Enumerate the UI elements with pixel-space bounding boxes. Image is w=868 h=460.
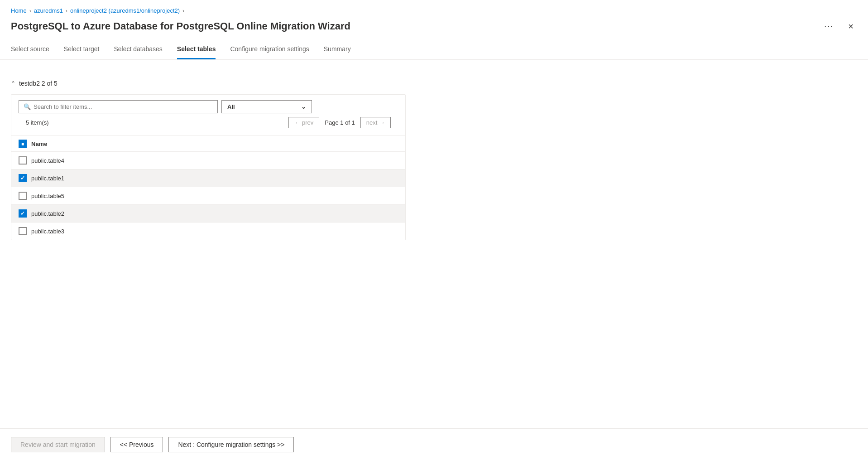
row-checkbox-3[interactable] <box>19 209 27 218</box>
page-info: Page 1 of 1 <box>321 119 359 126</box>
table-section: 🔍 All ⌄ 5 item(s) ← prev Page 1 of 1 nex… <box>11 94 406 240</box>
breadcrumb: Home › azuredms1 › onlineproject2 (azure… <box>0 0 868 18</box>
table-list: Name public.table4public.table1public.ta… <box>11 136 405 240</box>
wizard-step-select-source[interactable]: Select source <box>11 40 49 59</box>
filter-dropdown[interactable]: All ⌄ <box>221 100 312 113</box>
row-name-4: public.table3 <box>31 228 64 235</box>
search-box[interactable]: 🔍 <box>19 100 218 113</box>
chevron-down-icon: ⌄ <box>301 103 306 110</box>
review-migration-button[interactable]: Review and start migration <box>11 437 105 452</box>
wizard-step-select-tables[interactable]: Select tables <box>177 40 216 59</box>
breadcrumb-sep-3: › <box>182 8 184 14</box>
ellipsis-button[interactable]: ··· <box>820 19 837 33</box>
wizard-step-summary[interactable]: Summary <box>324 40 351 59</box>
next-button[interactable]: next → <box>360 117 391 128</box>
row-name-0: public.table4 <box>31 157 64 164</box>
table-controls: 🔍 All ⌄ <box>11 95 405 117</box>
db-label: testdb2 2 of 5 <box>19 80 58 87</box>
footer: Review and start migration << Previous N… <box>0 428 868 460</box>
chevron-up-icon: ⌃ <box>11 80 15 87</box>
controls-row: 5 item(s) ← prev Page 1 of 1 next → <box>11 117 405 136</box>
row-checkbox-4[interactable] <box>19 227 27 235</box>
wizard-step-select-databases[interactable]: Select databases <box>114 40 162 59</box>
wizard-nav: Select sourceSelect targetSelect databas… <box>0 40 868 60</box>
row-checkbox-2[interactable] <box>19 192 27 200</box>
row-name-1: public.table1 <box>31 175 64 182</box>
breadcrumb-project[interactable]: onlineproject2 (azuredms1/onlineproject2… <box>70 7 180 14</box>
row-name-2: public.table5 <box>31 193 64 199</box>
breadcrumb-azuredms1[interactable]: azuredms1 <box>34 7 63 14</box>
table-row[interactable]: public.table2 <box>11 205 405 223</box>
table-row[interactable]: public.table1 <box>11 169 405 187</box>
breadcrumb-sep-1: › <box>29 8 31 14</box>
search-icon: 🔍 <box>24 103 31 110</box>
main-content: ⌃ testdb2 2 of 5 🔍 All ⌄ 5 item(s) ← pre… <box>0 60 417 257</box>
table-row[interactable]: public.table3 <box>11 223 405 240</box>
wizard-step-configure-migration-settings[interactable]: Configure migration settings <box>230 40 309 59</box>
header-actions: ··· × <box>820 19 857 33</box>
filter-value: All <box>227 103 235 110</box>
search-input[interactable] <box>34 103 213 110</box>
row-checkbox-1[interactable] <box>19 174 27 182</box>
prev-button[interactable]: ← prev <box>288 117 319 128</box>
items-count: 5 item(s) <box>19 119 56 130</box>
select-all-checkbox[interactable] <box>19 140 27 148</box>
row-checkbox-0[interactable] <box>19 156 27 165</box>
row-name-3: public.table2 <box>31 210 64 217</box>
breadcrumb-home[interactable]: Home <box>11 7 27 14</box>
breadcrumb-sep-2: › <box>66 8 67 14</box>
table-header-row: Name <box>11 136 405 152</box>
wizard-step-select-target[interactable]: Select target <box>64 40 100 59</box>
previous-button[interactable]: << Previous <box>110 437 163 452</box>
page-title: PostgreSQL to Azure Database for Postgre… <box>11 20 350 32</box>
pagination-controls: ← prev Page 1 of 1 next → <box>288 117 398 132</box>
section-container: ⌃ testdb2 2 of 5 🔍 All ⌄ 5 item(s) ← pre… <box>11 69 406 247</box>
close-button[interactable]: × <box>844 20 857 33</box>
section-header[interactable]: ⌃ testdb2 2 of 5 <box>11 76 406 91</box>
table-row[interactable]: public.table4 <box>11 152 405 169</box>
name-column-header: Name <box>31 140 47 147</box>
next-configure-button[interactable]: Next : Configure migration settings >> <box>168 437 294 452</box>
table-row[interactable]: public.table5 <box>11 187 405 205</box>
page-header: PostgreSQL to Azure Database for Postgre… <box>0 18 868 40</box>
